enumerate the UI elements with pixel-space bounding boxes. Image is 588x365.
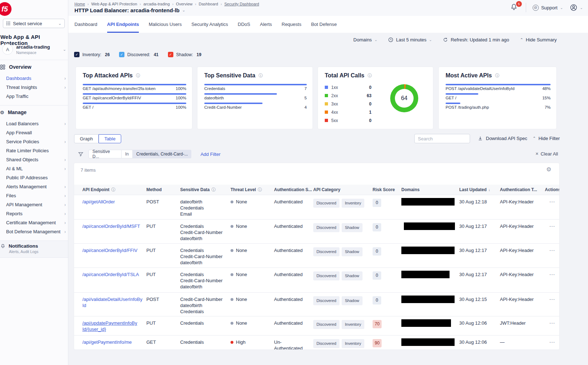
bar-item: GET /api/cancelOrderById/FFIV100% — [83, 93, 186, 100]
endpoint-link[interactable]: /api/cancelOrderById/MSFT — [82, 224, 140, 229]
tab-malicious-users[interactable]: Malicious Users — [149, 16, 182, 33]
sidebar-item-threat-insights[interactable]: Threat Insights › — [6, 85, 66, 90]
sidebar-item-service-policies[interactable]: Service Policies› — [6, 139, 66, 144]
group-title: Manage — [8, 109, 27, 115]
filter-operator[interactable]: In — [122, 150, 133, 158]
graph-view-button[interactable]: Graph — [74, 134, 99, 143]
bar-label: dateofbirth — [204, 96, 224, 100]
hide-filter-button[interactable]: ⌃ Hide Filter — [533, 136, 560, 141]
inventory-checkbox-item[interactable]: ✓ Inventory:26 — [74, 52, 110, 57]
sidebar-item-load-balancers[interactable]: Load Balancers› — [6, 121, 66, 126]
row-actions-button[interactable]: ⋯ — [545, 223, 555, 229]
breadcrumb-namespace[interactable]: arcadia-trading — [143, 2, 170, 6]
sidebar-item-shared-objects[interactable]: Shared Objects› — [6, 157, 66, 162]
row-actions-button[interactable]: ⋯ — [545, 271, 555, 278]
col-method[interactable]: Method — [146, 187, 180, 192]
info-icon[interactable]: ⓘ — [495, 73, 500, 79]
select-service-dropdown[interactable]: Select service ⌄ — [3, 19, 65, 28]
tab-api-endpoints[interactable]: API Endpoints — [107, 16, 139, 33]
row-actions-button[interactable]: ⋯ — [545, 296, 555, 302]
breadcrumb-security-dashboard[interactable]: Security Dashboard — [224, 2, 259, 6]
endpoint-link[interactable]: /api/cancelOrderById/TSLA — [82, 272, 139, 277]
sidebar-item-dashboards[interactable]: Dashboards › — [6, 76, 66, 81]
row-actions-button[interactable]: ⋯ — [545, 320, 555, 326]
account-menu[interactable]: ⌄ — [570, 4, 583, 12]
time-range-dropdown[interactable]: Last 5 minutes ⌄ — [388, 37, 432, 42]
checkbox-checked-icon[interactable]: ✓ — [74, 52, 79, 57]
filter-value-chip[interactable]: Credentials, Credit-Card-... — [133, 150, 191, 158]
tab-security-analytics[interactable]: Security Analytics — [191, 16, 228, 33]
col-api-endpoint[interactable]: API Endpointⓘ — [82, 187, 146, 193]
discovered-checkbox-item[interactable]: ✓ Discovered:41 — [119, 52, 159, 57]
shadow-checkbox-item[interactable]: ✓ Shadow:19 — [168, 52, 201, 57]
breadcrumb-overview[interactable]: Overview — [176, 2, 192, 6]
col-domains[interactable]: Domains — [401, 187, 459, 192]
risk-badge: 0 — [373, 199, 381, 207]
col-risk-score[interactable]: Risk Score — [373, 187, 401, 192]
category-chip: Discovered — [313, 296, 339, 305]
row-actions-button[interactable]: ⋯ — [545, 339, 555, 345]
sidebar-item-rate-limiter-policies[interactable]: Rate Limiter Policies — [6, 148, 66, 153]
sidebar-item-bot-defense-management[interactable]: Bot Defense Management› — [6, 229, 66, 234]
checkbox-checked-icon[interactable]: ✓ — [168, 52, 173, 57]
sidebar-item-reports[interactable]: Reports› — [6, 211, 66, 216]
filter-bar: Sensitive D... In Credentials, Credit-Ca… — [78, 150, 220, 158]
endpoint-link[interactable]: /api/validateDetailUserInfoById — [82, 297, 142, 308]
table-view-button[interactable]: Table — [99, 134, 121, 143]
endpoint-link[interactable]: /api/cancelOrderById/FFIV — [82, 248, 137, 253]
row-actions-button[interactable]: ⋯ — [545, 247, 555, 253]
breadcrumb-waap[interactable]: Web App & API Protection — [91, 2, 137, 6]
sidebar-item-files[interactable]: Files› — [6, 193, 66, 198]
tab-ddos[interactable]: DDoS — [238, 16, 250, 33]
endpoint-link[interactable]: /api/updatePaymentInfoById/{user_id} — [82, 320, 137, 332]
bar-value: 100% — [176, 96, 186, 100]
tab-dashboard[interactable]: Dashboard — [74, 16, 97, 33]
col-auth-status[interactable]: Authentication S... — [274, 187, 313, 192]
namespace-switcher[interactable]: A arcadia-trading Namespace ⌄ — [2, 44, 66, 55]
hide-summary-button[interactable]: ⌃ Hide Summary — [520, 37, 557, 42]
sidebar-item-label: App Traffic — [6, 94, 28, 99]
sidebar-item-label: Public IP Addresses — [6, 175, 47, 180]
bar-item: POST /trading/auth.php7% — [446, 103, 551, 109]
clear-all-button[interactable]: × Clear All — [535, 151, 558, 157]
col-last-updated[interactable]: Last Updated↓ — [459, 187, 500, 192]
search-input[interactable] — [414, 134, 470, 143]
info-icon[interactable]: ⓘ — [136, 73, 140, 79]
discovered-label: Discovered: — [127, 52, 150, 57]
method-cell: PUT — [146, 271, 180, 278]
filter-field-dropdown[interactable]: Sensitive D... — [88, 150, 122, 158]
tab-bot-defense[interactable]: Bot Defense — [311, 16, 337, 33]
download-api-spec-button[interactable]: Download API Spec — [478, 136, 527, 141]
page-title[interactable]: HTTP Load Balancer: arcadia-frontend-lb … — [74, 7, 185, 13]
sidebar-notifications[interactable]: Notifications Alerts, Audit Logs — [0, 240, 68, 258]
table-settings-gear-icon[interactable]: ⚙ — [546, 166, 551, 173]
sidebar-item-api-management[interactable]: API Management› — [6, 202, 66, 207]
row-actions-button[interactable]: ⋯ — [545, 199, 555, 205]
tab-requests[interactable]: Requests — [282, 16, 301, 33]
notifications-bell-button[interactable]: 5 — [510, 3, 519, 12]
col-api-category[interactable]: API Category — [313, 187, 373, 192]
tab-alerts[interactable]: Alerts — [260, 16, 272, 33]
support-menu[interactable]: @ Support ⌄ — [533, 5, 563, 11]
col-sensitive-data[interactable]: Sensitive Dataⓘ — [180, 187, 231, 193]
col-threat-level[interactable]: Threat Levelⓘ — [231, 187, 274, 193]
add-filter-link[interactable]: Add Filter — [200, 152, 220, 157]
endpoint-link[interactable]: /api/getPaymentInfo/me — [82, 339, 132, 345]
info-icon[interactable]: ⓘ — [368, 73, 372, 79]
sidebar-item-app-traffic[interactable]: App Traffic — [6, 94, 66, 99]
endpoint-link[interactable]: /api/getAllOrder — [82, 199, 115, 204]
breadcrumb-home[interactable]: Home — [74, 2, 85, 6]
col-auth-type[interactable]: Authentication T... — [500, 187, 545, 192]
checkbox-checked-icon[interactable]: ✓ — [119, 52, 124, 57]
refresh-button[interactable]: Refresh: Updated 1 min ago — [443, 37, 509, 42]
sidebar-item-ai-ml[interactable]: AI & ML› — [6, 166, 66, 171]
domains-dropdown[interactable]: Domains ⌄ — [354, 37, 378, 42]
sensitive-data-cell: Credentials — [180, 320, 231, 326]
sidebar-item-public-ip-addresses[interactable]: Public IP Addresses — [6, 175, 66, 180]
sidebar-item-app-firewall[interactable]: App Firewall — [6, 130, 66, 135]
sidebar-item-certificate-management[interactable]: Certificate Management› — [6, 220, 66, 225]
support-icon: @ — [533, 5, 539, 11]
info-icon[interactable]: ⓘ — [259, 73, 263, 79]
sidebar-item-alerts-management[interactable]: Alerts Management› — [6, 184, 66, 189]
breadcrumb-dashboard[interactable]: Dashboard — [199, 2, 218, 6]
